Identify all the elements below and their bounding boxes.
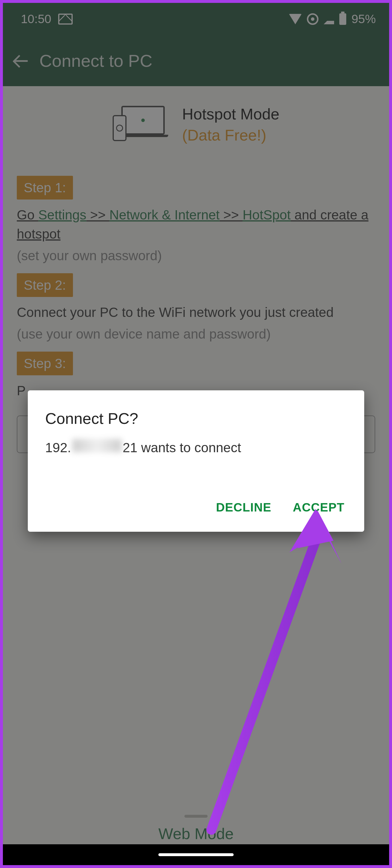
connect-pc-dialog: Connect PC? 192. 21 wants to connect DEC…	[28, 390, 364, 532]
home-gesture-pill[interactable]	[158, 853, 234, 856]
dialog-ip-suffix: 21 wants to connect	[123, 440, 241, 455]
dialog-ip-prefix: 192.	[45, 440, 71, 455]
dialog-title: Connect PC?	[45, 409, 347, 427]
redacted-ip-segment	[73, 439, 121, 452]
decline-button[interactable]: DECLINE	[214, 496, 274, 519]
accept-button[interactable]: ACCEPT	[290, 496, 347, 519]
navigation-bar	[3, 844, 389, 865]
dialog-message: 192. 21 wants to connect	[45, 439, 347, 455]
